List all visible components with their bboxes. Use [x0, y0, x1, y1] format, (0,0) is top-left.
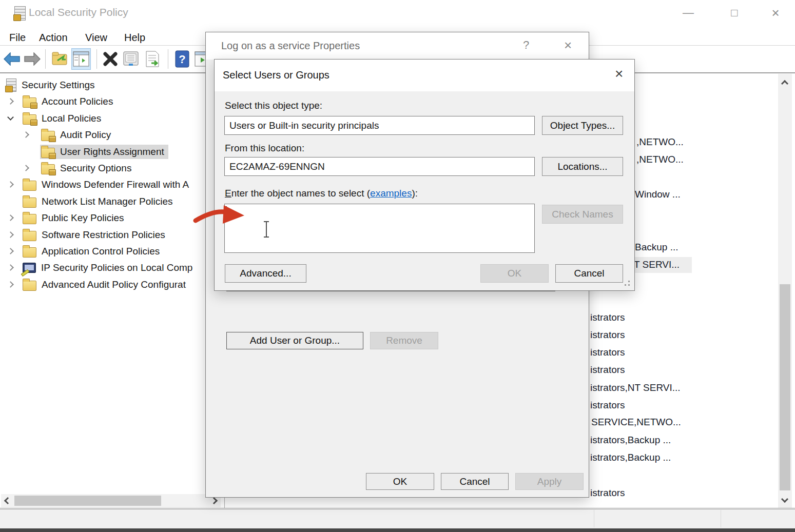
tree-item-advanced-audit-policy-configurat[interactable]: Advanced Audit Policy Configurat [0, 278, 224, 292]
expand-icon[interactable] [7, 281, 14, 288]
tree-item-label: Public Key Policies [42, 212, 124, 224]
tree-item-windows-defender-firewall-with-a[interactable]: Windows Defender Firewall with A [0, 178, 224, 192]
policy-row[interactable]: istrators,Backup ... [590, 452, 671, 463]
policy-row[interactable]: istrators,NT SERVI... [590, 382, 681, 393]
policy-row[interactable]: istrators [590, 329, 625, 341]
properties-dialog-close-icon[interactable]: × [564, 37, 572, 53]
tree-item-account-policies[interactable]: Account Policies [0, 94, 224, 109]
examples-link[interactable]: examples [370, 188, 412, 199]
close-button[interactable]: × [764, 4, 787, 22]
properties-ok-button[interactable]: OK [366, 473, 434, 490]
tree-item-ip-security-policies-on-local-comp[interactable]: IP Security Policies on Local Comp [0, 261, 224, 275]
policy-row[interactable]: Window ... [635, 189, 681, 200]
collapse-icon[interactable] [7, 114, 14, 121]
check-names-button[interactable]: Check Names [542, 205, 623, 224]
policy-row[interactable]: istrators,Backup ... [590, 435, 671, 446]
tree-item-audit-policy[interactable]: Audit Policy [0, 128, 224, 142]
tree-item-content[interactable]: Security Options [40, 161, 135, 175]
policy-row[interactable]: istrators [590, 487, 625, 499]
tree-item-label: IP Security Policies on Local Comp [41, 262, 192, 273]
locations-button[interactable]: Locations... [542, 157, 623, 176]
object-names-textarea[interactable] [224, 204, 535, 253]
expand-icon[interactable] [23, 165, 29, 171]
tree-item-label: Windows Defender Firewall with A [42, 179, 189, 190]
tree-item-content[interactable]: Network List Manager Policies [22, 194, 177, 209]
window-bottom-edge [0, 528, 795, 532]
location-field[interactable]: EC2AMAZ-69ENNGN [224, 157, 535, 176]
tree-item-label: Security Settings [22, 80, 95, 91]
tree-item-content[interactable]: Public Key Policies [22, 211, 128, 225]
select-cancel-button[interactable]: Cancel [555, 264, 623, 283]
tree-item-application-control-policies[interactable]: Application Control Policies [0, 244, 224, 259]
tree-item-label: Audit Policy [60, 129, 111, 141]
tree-item-content[interactable]: Advanced Audit Policy Configurat [22, 278, 190, 292]
expand-icon[interactable] [7, 231, 14, 238]
tree-item-label: Application Control Policies [42, 246, 160, 257]
tree-item-label: Account Policies [42, 96, 113, 107]
tree-item-content[interactable]: Windows Defender Firewall with A [22, 178, 193, 192]
tree-item-local-policies[interactable]: Local Policies [0, 111, 224, 126]
object-type-field[interactable]: Users or Built-in security principals [224, 116, 535, 135]
tree-horizontal-scrollbar[interactable] [1, 494, 221, 507]
object-types-button[interactable]: Object Types... [542, 116, 623, 135]
tree-item-public-key-policies[interactable]: Public Key Policies [0, 211, 224, 225]
object-type-value: Users or Built-in security principals [229, 120, 379, 131]
maximize-button[interactable]: □ [723, 4, 746, 22]
scroll-down-icon[interactable] [781, 496, 788, 503]
tree-item-content[interactable]: Software Restriction Policies [22, 228, 169, 242]
policy-row[interactable]: istrators [590, 312, 625, 323]
policy-row[interactable]: T SERVI... [634, 259, 680, 270]
tree-item-software-restriction-policies[interactable]: Software Restriction Policies [0, 228, 224, 242]
expand-icon[interactable] [7, 248, 14, 254]
tree-item-label: Local Policies [42, 113, 101, 124]
tree-item-content[interactable]: Account Policies [22, 94, 117, 109]
list-vertical-scrollbar[interactable] [778, 74, 792, 508]
text-cursor [262, 221, 270, 238]
scroll-left-icon[interactable] [4, 497, 11, 504]
add-user-or-group-button[interactable]: Add User or Group... [226, 332, 363, 349]
tree-item-label: Software Restriction Policies [42, 229, 165, 241]
policy-row[interactable]: SERVICE,NETWO... [591, 417, 681, 428]
tree-item-content[interactable]: Audit Policy [40, 128, 115, 142]
expand-icon[interactable] [7, 181, 14, 188]
expand-icon[interactable] [23, 131, 29, 138]
folder-icon [23, 214, 36, 224]
console-tree: Security SettingsAccount PoliciesLocal P… [0, 0, 224, 508]
policy-row[interactable]: istrators [590, 347, 625, 358]
tree-item-network-list-manager-policies[interactable]: Network List Manager Policies [0, 194, 224, 209]
policy-row[interactable]: Backup ... [635, 242, 678, 253]
scroll-right-icon[interactable] [210, 497, 218, 504]
policy-row[interactable]: ,NETWO... [636, 154, 684, 165]
list-scrollbar-thumb[interactable] [780, 284, 790, 490]
annotation-arrow [193, 203, 246, 229]
object-names-label: Enter the object names to select (exampl… [225, 188, 418, 199]
expand-icon[interactable] [7, 98, 14, 105]
dialog-help-icon[interactable]: ? [523, 38, 529, 52]
policy-row[interactable]: istrators [590, 364, 625, 376]
select-dialog-close-icon[interactable]: × [615, 66, 623, 82]
properties-cancel-button[interactable]: Cancel [441, 473, 509, 490]
tree-item-security-options[interactable]: Security Options [0, 161, 224, 175]
minimize-button[interactable]: — [676, 4, 700, 22]
policy-row[interactable]: ,NETWO... [636, 136, 684, 148]
tree-item-security-settings[interactable]: Security Settings [0, 78, 224, 92]
folder-lock-icon [41, 131, 55, 141]
policy-row[interactable]: istrators [590, 400, 625, 411]
expand-icon[interactable] [7, 214, 14, 221]
advanced-button[interactable]: Advanced... [225, 264, 306, 283]
select-dialog-title: Select Users or Groups [223, 69, 329, 81]
select-ok-button[interactable]: OK [480, 264, 549, 283]
tree-item-content[interactable]: User Rights Assignment [40, 145, 168, 159]
scroll-up-icon[interactable] [781, 80, 788, 87]
tree-item-content[interactable]: Local Policies [22, 111, 105, 126]
tree-item-content[interactable]: Application Control Policies [22, 244, 164, 259]
properties-apply-button[interactable]: Apply [515, 473, 584, 490]
tree-item-content[interactable]: Security Settings [5, 78, 99, 92]
tree-scrollbar-thumb[interactable] [14, 496, 161, 506]
select-dialog-titlebar[interactable]: Select Users or Groups × [215, 60, 634, 91]
tree-item-content[interactable]: IP Security Policies on Local Comp [22, 261, 197, 275]
tree-item-user-rights-assignment[interactable]: User Rights Assignment [0, 145, 224, 159]
remove-button[interactable]: Remove [370, 332, 438, 349]
expand-icon[interactable] [7, 264, 14, 271]
properties-dialog-titlebar[interactable]: Log on as a service Properties ? × [206, 32, 589, 60]
